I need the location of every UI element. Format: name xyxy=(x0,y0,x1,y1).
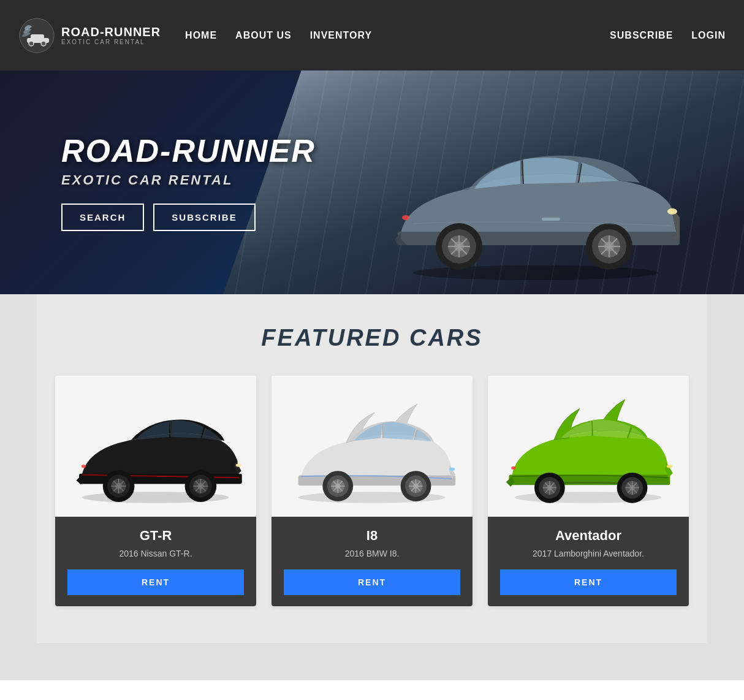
logo-main-text: ROAD-RUNNER xyxy=(61,25,161,39)
nav-links: HOME ABOUT US INVENTORY xyxy=(185,30,372,41)
rent-button-aventador[interactable]: RENT xyxy=(500,569,677,595)
hero-section: ROAD-RUNNER EXOTIC CAR RENTAL SEARCH SUB… xyxy=(0,70,744,294)
car-info-i8: I8 2016 BMW I8. RENT xyxy=(271,517,473,606)
subscribe-button[interactable]: SUBSCRIBE xyxy=(153,204,255,231)
car-name-aventador: Aventador xyxy=(500,528,677,544)
nav-right: SUBSCRIBE LOGIN xyxy=(610,30,726,41)
svg-point-3 xyxy=(29,41,34,46)
car-name-gtr: GT-R xyxy=(67,528,244,544)
logo-link[interactable]: ROAD-RUNNER EXOTIC CAR RENTAL xyxy=(18,17,161,54)
car-desc-aventador: 2017 Lamborghini Aventador. xyxy=(500,549,677,558)
nav-home[interactable]: HOME xyxy=(185,30,217,40)
svg-point-35 xyxy=(82,465,86,468)
nav-login[interactable]: LOGIN xyxy=(691,30,726,41)
svg-rect-2 xyxy=(31,34,44,39)
cars-grid: GT-R 2016 Nissan GT-R. RENT xyxy=(55,376,689,606)
svg-line-78 xyxy=(592,420,593,435)
logo-sub-text: EXOTIC CAR RENTAL xyxy=(61,39,161,45)
car-name-i8: I8 xyxy=(284,528,460,544)
svg-line-55 xyxy=(383,423,384,438)
nav-subscribe[interactable]: SUBSCRIBE xyxy=(610,30,673,41)
svg-rect-57 xyxy=(298,475,455,485)
hero-content: ROAD-RUNNER EXOTIC CAR RENTAL SEARCH SUB… xyxy=(0,134,316,230)
car-card-i8: I8 2016 BMW I8. RENT xyxy=(271,376,473,606)
svg-point-9 xyxy=(667,208,677,215)
car-image-aventador xyxy=(488,376,689,517)
svg-point-81 xyxy=(667,465,672,468)
svg-rect-29 xyxy=(542,218,560,221)
search-button[interactable]: SEARCH xyxy=(61,204,144,231)
svg-point-10 xyxy=(402,215,409,220)
nav-inventory[interactable]: INVENTORY xyxy=(310,30,372,40)
logo-text: ROAD-RUNNER EXOTIC CAR RENTAL xyxy=(61,25,161,45)
car-desc-i8: 2016 BMW I8. xyxy=(284,549,460,558)
hero-subtitle: EXOTIC CAR RENTAL xyxy=(61,172,316,188)
featured-title: FEATURED CARS xyxy=(55,325,689,351)
hero-buttons: SEARCH SUBSCRIBE xyxy=(61,204,316,231)
logo-icon xyxy=(18,17,55,54)
car-card-gtr: GT-R 2016 Nissan GT-R. RENT xyxy=(55,376,256,606)
svg-point-58 xyxy=(449,467,455,471)
rent-button-gtr[interactable]: RENT xyxy=(67,569,244,595)
hero-car xyxy=(364,110,707,282)
car-desc-gtr: 2016 Nissan GT-R. xyxy=(67,549,244,558)
car-image-i8 xyxy=(271,376,473,517)
rent-button-i8[interactable]: RENT xyxy=(284,569,460,595)
hero-title: ROAD-RUNNER xyxy=(61,134,316,169)
nav-about[interactable]: ABOUT US xyxy=(235,30,292,40)
car-info-gtr: GT-R 2016 Nissan GT-R. RENT xyxy=(55,517,256,606)
svg-point-4 xyxy=(41,41,46,46)
navbar: ROAD-RUNNER EXOTIC CAR RENTAL HOME ABOUT… xyxy=(0,0,744,70)
svg-point-82 xyxy=(512,466,516,470)
car-image-gtr xyxy=(55,376,256,517)
featured-section: FEATURED CARS xyxy=(37,294,707,643)
car-info-aventador: Aventador 2017 Lamborghini Aventador. RE… xyxy=(488,517,689,606)
car-card-aventador: Aventador 2017 Lamborghini Aventador. RE… xyxy=(488,376,689,606)
svg-point-34 xyxy=(236,463,241,467)
